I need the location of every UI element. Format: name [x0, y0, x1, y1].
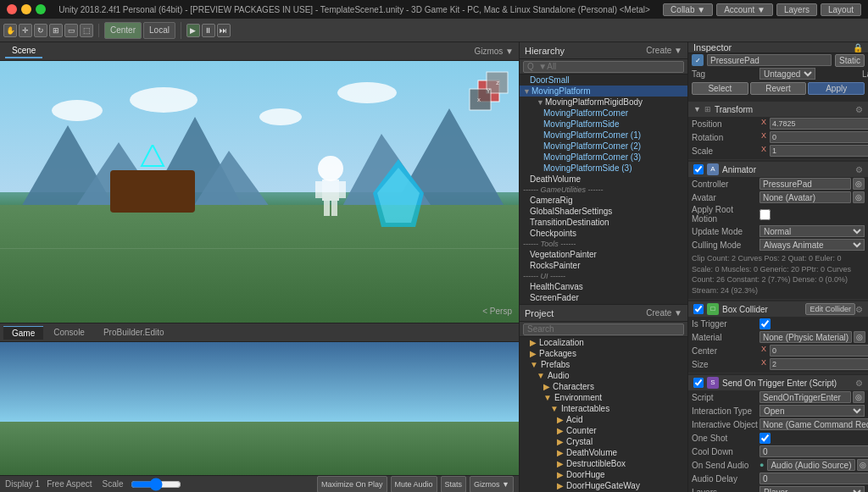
send-trigger-header[interactable]: S Send On Trigger Enter (Script) ⚙: [688, 375, 868, 390]
collider-enabled[interactable]: [693, 304, 704, 314]
pause-button[interactable]: ⏸: [202, 24, 215, 37]
scale-slider[interactable]: [131, 480, 181, 489]
tab-game[interactable]: Game: [3, 326, 43, 340]
sx-field[interactable]: [770, 358, 868, 370]
gizmos-dropdown[interactable]: Gizmos ▼: [474, 47, 514, 56]
transform-header[interactable]: ▼ ⊞ Transform ⚙: [688, 102, 868, 117]
hier-rocks[interactable]: RocksPainter: [520, 260, 687, 271]
culling-dropdown[interactable]: Always Animate: [760, 239, 865, 251]
scene-view[interactable]: Y Z X < Persp: [0, 61, 519, 323]
proj-destructible[interactable]: ▶ DestructibleBox: [520, 458, 687, 469]
free-aspect-dropdown[interactable]: Free Aspect: [47, 479, 92, 489]
object-name-field[interactable]: [707, 54, 832, 66]
layout-button[interactable]: Layout: [821, 3, 861, 16]
cx-field[interactable]: [770, 345, 868, 357]
rot-x-field[interactable]: [770, 131, 868, 143]
hand-tool[interactable]: ✋: [3, 24, 17, 37]
collapse-icon-rb[interactable]: ▼: [537, 98, 545, 107]
proj-prefabs[interactable]: ▼ Prefabs: [520, 359, 687, 370]
transform-gear[interactable]: ⚙: [855, 105, 863, 114]
gizmos-button[interactable]: Gizmos ▼: [470, 476, 514, 493]
sc-x-field[interactable]: [770, 145, 868, 157]
sot-script-select[interactable]: ◎: [853, 391, 865, 403]
project-create[interactable]: Create ▼: [646, 308, 682, 318]
minimize-button[interactable]: [21, 4, 31, 14]
one-shot-checkbox[interactable]: [760, 433, 771, 444]
sot-layers-dropdown[interactable]: Player: [760, 486, 865, 492]
collapse-icon[interactable]: ▼: [523, 87, 531, 96]
hierarchy-search-input[interactable]: [523, 61, 684, 73]
proj-interactables[interactable]: ▼ Interactables: [520, 403, 687, 414]
update-mode-dropdown[interactable]: Normal: [760, 225, 865, 237]
hier-door-small[interactable]: DoorSmall: [520, 75, 687, 86]
hier-side[interactable]: MovingPlatformSide: [520, 119, 687, 130]
gizmo-cube[interactable]: Y Z X: [465, 68, 512, 114]
rect-tool[interactable]: ▭: [64, 24, 78, 37]
account-button[interactable]: Account ▼: [716, 3, 773, 16]
rotate-tool[interactable]: ↻: [34, 24, 47, 37]
box-collider-header[interactable]: □ Box Collider Edit Collider ⚙: [688, 301, 868, 317]
lock-icon[interactable]: 🔒: [853, 43, 863, 53]
hier-health[interactable]: HealthCanvas: [520, 281, 687, 292]
cool-down-field[interactable]: [760, 445, 868, 457]
proj-characters[interactable]: ▶ Characters: [520, 381, 687, 392]
layers-button[interactable]: Layers: [776, 3, 817, 16]
move-tool[interactable]: ✛: [19, 24, 32, 37]
proj-acid[interactable]: ▶ Acid: [520, 414, 687, 425]
transform-tool[interactable]: ⬚: [80, 24, 93, 37]
prefab-apply-btn[interactable]: Apply: [808, 82, 865, 95]
collider-gear[interactable]: ⚙: [855, 305, 863, 314]
play-button[interactable]: ▶: [186, 24, 200, 37]
maximize-button[interactable]: [36, 4, 46, 14]
hier-rigid-body[interactable]: ▼ MovingPlatformRigidBody: [520, 97, 687, 108]
interaction-type-dropdown[interactable]: Open: [760, 405, 865, 417]
audio-delay-field[interactable]: [760, 473, 868, 484]
proj-crystal[interactable]: ▶ Crystal: [520, 436, 687, 447]
hier-transition[interactable]: TransitionDestination: [520, 217, 687, 228]
send-trigger-enabled[interactable]: [693, 378, 704, 388]
animator-gear[interactable]: ⚙: [855, 165, 863, 174]
proj-counter[interactable]: ▶ Counter: [520, 425, 687, 436]
animator-enabled[interactable]: [693, 164, 704, 174]
proj-door-huge[interactable]: ▶ DoorHuge: [520, 469, 687, 480]
tab-scene[interactable]: Scene: [5, 44, 42, 58]
hier-side2[interactable]: MovingPlatformSide (3): [520, 163, 687, 174]
is-trigger-checkbox[interactable]: [760, 318, 771, 329]
proj-localization[interactable]: ▶ Localization: [520, 337, 687, 348]
hier-corner[interactable]: MovingPlatformCorner: [520, 108, 687, 119]
hier-global-shader[interactable]: GlobalShaderSettings: [520, 206, 687, 217]
game-view[interactable]: [0, 342, 519, 475]
avatar-select[interactable]: ◎: [853, 191, 865, 203]
controller-select[interactable]: ◎: [853, 178, 865, 190]
tag-dropdown[interactable]: Untagged: [760, 68, 815, 80]
project-search-input[interactable]: [523, 323, 684, 335]
center-button[interactable]: Center: [104, 22, 142, 39]
local-button[interactable]: Local: [143, 22, 175, 39]
tab-probuilder[interactable]: ProBuilder.Edito: [95, 326, 173, 339]
proj-audio[interactable]: ▼ Audio: [520, 370, 687, 381]
mute-audio[interactable]: Mute Audio: [391, 476, 437, 493]
hier-veg[interactable]: VegetationPainter: [520, 249, 687, 260]
material-select[interactable]: ◎: [854, 331, 865, 343]
send-trigger-gear[interactable]: ⚙: [855, 379, 863, 388]
maximize-on-play[interactable]: Maximize On Play: [317, 476, 387, 493]
proj-death-volume[interactable]: ▶ DeathVolume: [520, 447, 687, 458]
proj-environment[interactable]: ▼ Environment: [520, 392, 687, 403]
stats-button[interactable]: Stats: [441, 476, 467, 493]
hier-corner4[interactable]: MovingPlatformCorner (3): [520, 152, 687, 163]
hier-screen-fader[interactable]: ScreenFader: [520, 292, 687, 303]
tab-console[interactable]: Console: [45, 326, 93, 339]
hierarchy-create[interactable]: Create ▼: [646, 46, 682, 55]
edit-collider-btn[interactable]: Edit Collider: [805, 303, 855, 315]
proj-packages[interactable]: ▶ Packages: [520, 348, 687, 359]
apply-root-checkbox[interactable]: [760, 209, 771, 220]
close-button[interactable]: [7, 4, 17, 14]
hier-death-volume[interactable]: DeathVolume: [520, 174, 687, 185]
hier-corner3[interactable]: MovingPlatformCorner (2): [520, 141, 687, 152]
hier-menu[interactable]: MenuCanvases: [520, 303, 687, 304]
hier-corner2[interactable]: MovingPlatformCorner (1): [520, 130, 687, 141]
scale-tool[interactable]: ⊞: [49, 24, 63, 37]
step-button[interactable]: ⏭: [217, 24, 231, 37]
hier-moving-platform[interactable]: ▼ MovingPlatform: [520, 86, 687, 97]
collab-button[interactable]: Collab ▼: [663, 3, 713, 16]
